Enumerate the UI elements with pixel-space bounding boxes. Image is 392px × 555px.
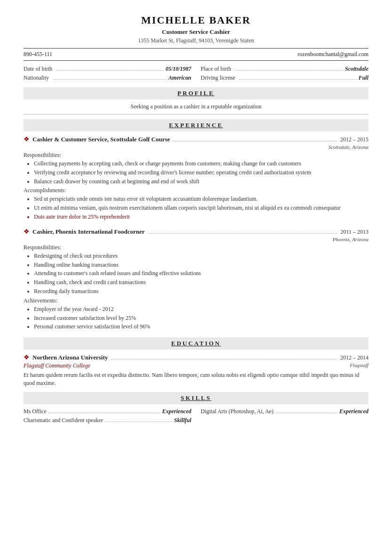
list-item: Ut enim ad minima veniam, quis nostrum e…	[34, 204, 368, 212]
diamond-icon-0: ❖	[24, 135, 30, 143]
exp-dots-1	[148, 233, 338, 234]
profile-section-header: PROFILE	[24, 87, 368, 99]
exp-company-1: Cashier, Phoenix International Foodcorne…	[32, 228, 145, 236]
list-item: Collecting payments by accepting cash, c…	[34, 160, 368, 168]
personal-info: Date of birth 05/10/1987 Place of birth …	[24, 65, 368, 82]
skill-dots-2	[105, 422, 172, 422]
edu-school-0: Northern Arizona University	[32, 354, 108, 361]
skill-name-0: Ms Office	[24, 408, 47, 415]
nationality-label: Nationality	[24, 74, 49, 82]
edu-subtitle-row: Flagstaff Community College Flagstaff	[24, 362, 368, 371]
skill-dots-1	[275, 413, 337, 413]
exp-location-1: Phoenix, Arizona	[24, 237, 368, 242]
experience-entry-1: ❖ Cashier, Phoenix International Foodcor…	[24, 228, 368, 331]
license-dots	[239, 79, 356, 80]
skill-level-2: Skillful	[174, 417, 192, 424]
address: 1355 Market St, Flagstaff, 94103, Vereni…	[24, 37, 368, 44]
exp-title-left-0: ❖ Cashier & Customer Service, Scottsdale…	[24, 135, 340, 143]
list-item: Increased customer satisfaction level by…	[34, 314, 368, 322]
pob-label: Place of birth	[201, 65, 232, 73]
skill-row-1: Digital Arts (Photoshop, Ai, Ae) Experie…	[201, 408, 369, 415]
list-item: Handling online banking transactions	[34, 261, 368, 269]
dob-label: Date of birth	[24, 65, 52, 73]
list-item: Personal customer service satisfaction l…	[34, 323, 368, 331]
edu-location-0: Flagstaff	[350, 362, 368, 371]
list-item: Employer of the year Award - 2012	[34, 305, 368, 313]
edu-title-row-0: ❖ Northern Arizona University 2012 – 201…	[24, 353, 368, 361]
education-section-header: EDUCATION	[24, 337, 368, 350]
skill-level-1: Experienced	[339, 408, 368, 415]
profile-divider	[24, 114, 368, 114]
list-item: Verifying credit acceptance by reviewing…	[34, 169, 368, 177]
license-label: Driving license	[201, 74, 236, 82]
responsibilities-list-0: Collecting payments by accepting cash, c…	[24, 160, 368, 185]
list-item: Duis aute irure dolor in 25% reprehender…	[34, 213, 368, 221]
skills-section-header: SKILLS	[24, 392, 368, 404]
exp-title-left-1: ❖ Cashier, Phoenix International Foodcor…	[24, 228, 340, 236]
resume-header: MICHELLE BAKER Customer Service Cashier …	[24, 14, 368, 44]
nationality-dots	[53, 79, 167, 80]
dob-dots	[56, 70, 164, 71]
education-entry-0: ❖ Northern Arizona University 2012 – 201…	[24, 353, 368, 387]
accomp-label-1: Achievements:	[24, 297, 368, 304]
nationality-value: American	[168, 74, 192, 82]
edu-desc-0: Et harum quidem rerum facilis est et exp…	[24, 371, 368, 387]
resp-label-0: Responsibilities:	[24, 152, 368, 159]
pob-dots	[235, 70, 343, 71]
pob-value: Scottsdale	[345, 65, 368, 73]
list-item: Handling cash, check and credit card tra…	[34, 278, 368, 286]
exp-title-row-0: ❖ Cashier & Customer Service, Scottsdale…	[24, 135, 368, 143]
contact-bar: 890-455-111 rozenboomchantal@gmail.com	[24, 48, 368, 61]
dob-value: 05/10/1987	[166, 65, 192, 73]
exp-dots-0	[173, 141, 337, 141]
pob-row: Place of birth Scottsdale	[201, 65, 369, 73]
resp-label-1: Responsibilities:	[24, 244, 368, 251]
candidate-name: MICHELLE BAKER	[24, 14, 368, 26]
accomplishments-list-1: Employer of the year Award - 2012 Increa…	[24, 305, 368, 331]
license-row: Driving license Full	[201, 74, 369, 82]
license-value: Full	[359, 74, 368, 82]
exp-title-row-1: ❖ Cashier, Phoenix International Foodcor…	[24, 228, 368, 236]
responsibilities-list-1: Redesigning of check out procedures Hand…	[24, 252, 368, 295]
experience-entry-0: ❖ Cashier & Customer Service, Scottsdale…	[24, 135, 368, 221]
edu-dots-0	[111, 359, 337, 359]
experience-section-header: EXPERIENCE	[24, 119, 368, 131]
skills-grid: Ms Office Experienced Digital Arts (Phot…	[24, 408, 368, 424]
skill-row-2: Charismatic and Confident speaker Skillf…	[24, 417, 192, 424]
accomp-label-0: Accomplishments:	[24, 187, 368, 194]
skill-name-1: Digital Arts (Photoshop, Ai, Ae)	[201, 408, 274, 415]
exp-years-0: 2012 – 2015	[340, 136, 368, 143]
edu-years-0: 2012 – 2014	[340, 354, 368, 361]
exp-company-0: Cashier & Customer Service, Scottsdale G…	[32, 136, 170, 143]
diamond-icon-edu-0: ❖	[24, 353, 30, 361]
list-item: Recording daily transactions	[34, 287, 368, 295]
exp-location-0: Scottsdale, Arizona	[24, 144, 368, 150]
nationality-row: Nationality American	[24, 74, 192, 82]
edu-title-left-0: ❖ Northern Arizona University	[24, 353, 340, 361]
dob-row: Date of birth 05/10/1987	[24, 65, 192, 73]
skill-name-2: Charismatic and Confident speaker	[24, 417, 103, 424]
list-item: Balance cash drawer by counting cash at …	[34, 178, 368, 186]
email: rozenboomchantal@gmail.com	[297, 51, 368, 58]
job-title: Customer Service Cashier	[24, 28, 368, 36]
profile-text: Seeking a position as a cashier in a rep…	[24, 103, 368, 110]
phone: 890-455-111	[24, 51, 52, 58]
diamond-icon-1: ❖	[24, 228, 30, 236]
exp-years-1: 2011 – 2013	[340, 229, 368, 236]
skill-level-0: Experienced	[162, 408, 192, 415]
skill-dots-0	[48, 413, 160, 413]
list-item: Sed ut perspiciatis unde omnis iste natu…	[34, 195, 368, 203]
skill-row-0: Ms Office Experienced	[24, 408, 192, 415]
accomplishments-list-0: Sed ut perspiciatis unde omnis iste natu…	[24, 195, 368, 220]
list-item: Redesigning of check out procedures	[34, 252, 368, 260]
edu-subtitle-0: Flagstaff Community College	[24, 362, 90, 369]
skill-placeholder	[201, 417, 369, 424]
list-item: Attending to customer's cash related iss…	[34, 269, 368, 278]
